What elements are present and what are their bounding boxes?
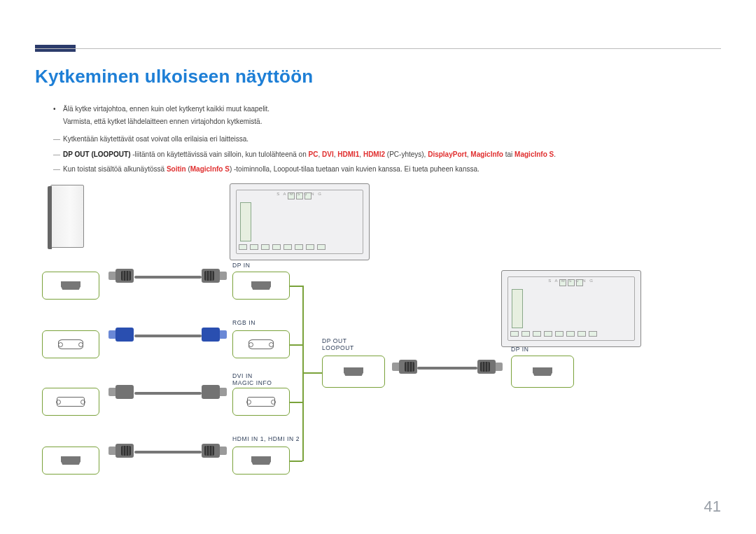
page-number: 41 xyxy=(704,498,721,516)
src-hdmi2: HDMI2 xyxy=(363,150,385,158)
plug-dp-left xyxy=(108,269,134,283)
dash-icon: ― xyxy=(53,149,60,160)
note-3: ― Kun toistat sisältöä alkunäytössä Soit… xyxy=(53,164,714,175)
link-line xyxy=(290,402,302,403)
plug-dvi-right xyxy=(202,385,227,399)
src-dvi: DVI xyxy=(322,150,334,158)
port-pc-dp xyxy=(42,272,99,300)
monitor-back-2: S A M S U N G xyxy=(501,270,641,347)
port-mon1-dp-in xyxy=(232,272,290,300)
note-3-mis: MagicInfo S xyxy=(190,165,230,173)
label-dp-out: DP OUT xyxy=(322,337,347,344)
hdmi-port-icon xyxy=(251,281,271,290)
note-3-pre: Kun toistat sisältöä alkunäytössä xyxy=(63,165,167,173)
note-2-or: tai xyxy=(503,150,514,158)
plug-vga-right xyxy=(202,328,227,342)
port-mon1-hdmi-in xyxy=(232,447,290,475)
link-line xyxy=(302,286,304,461)
monitor-back-1: S A M S U N G xyxy=(230,183,370,260)
dash-icon: ― xyxy=(53,134,60,145)
note-3-rest: -toiminnolla, Loopout-tilaa tuetaan vain… xyxy=(234,165,479,173)
vga-port-icon xyxy=(58,339,83,349)
page-title: Kytkeminen ulkoiseen näyttöön xyxy=(35,66,313,87)
vga-port-icon xyxy=(248,339,274,349)
port-pc-hdmi xyxy=(42,447,99,475)
note-2-end: . xyxy=(554,150,556,158)
label-loopout: LOOPOUT xyxy=(322,344,354,351)
cable-dvi xyxy=(134,392,202,395)
dash-icon: ― xyxy=(53,164,60,175)
hdmi-port-icon xyxy=(344,367,363,376)
port-pc-dvi xyxy=(42,388,99,416)
port-mon1-dp-out xyxy=(322,356,385,388)
header-rule-thin xyxy=(35,48,721,49)
port-pc-vga xyxy=(42,330,99,358)
bullet-1: Älä kytke virtajohtoa, ennen kuin olet k… xyxy=(53,104,714,115)
src-magicinfo-s: MagicInfo S xyxy=(514,150,554,158)
note-3-soitin: Soitin xyxy=(167,165,186,173)
hdmi-port-icon xyxy=(533,367,552,376)
connection-diagram: S A M S U N G S A M S U N G DP IN RGB IN… xyxy=(42,185,714,507)
hdmi-port-icon xyxy=(61,281,80,290)
dvi-port-icon xyxy=(247,397,275,407)
note-2: ― DP OUT (LOOPOUT) -liitäntä on käytettä… xyxy=(53,149,714,160)
link-line xyxy=(290,344,302,346)
port-mon1-dvi-in xyxy=(232,388,290,416)
label-hdmi-in: HDMI IN 1, HDMI IN 2 xyxy=(232,435,300,442)
plug-loop-right xyxy=(477,360,503,374)
cable-vga xyxy=(134,335,202,337)
src-magicinfo: MagicInfo xyxy=(470,150,503,158)
plug-dp-right xyxy=(202,269,227,283)
port-mon2-dp-in xyxy=(511,356,574,388)
link-line xyxy=(290,461,302,462)
note-2-bold: DP OUT (LOOPOUT) xyxy=(63,150,130,158)
dvi-port-icon xyxy=(57,397,85,407)
plug-loop-left xyxy=(392,360,417,374)
label-dvi-in: DVI IN xyxy=(232,372,253,379)
plug-vga-left xyxy=(108,328,134,342)
src-pc: PC xyxy=(309,150,318,158)
note-2-paren: (PC-yhteys), xyxy=(385,150,428,158)
port-mon1-rgb-in xyxy=(232,330,290,358)
label-dp-in: DP IN xyxy=(232,262,251,269)
plug-hdmi-right xyxy=(202,444,227,458)
hdmi-port-icon xyxy=(251,456,271,465)
body-text: Älä kytke virtajohtoa, ennen kuin olet k… xyxy=(53,104,714,179)
src-hdmi1: HDMI1 xyxy=(337,150,359,158)
pc-side-panel xyxy=(50,185,85,249)
cable-loopout xyxy=(417,367,477,370)
hdmi-port-icon xyxy=(61,456,80,465)
label-dp-in-2: DP IN xyxy=(511,346,529,353)
bullet-1-sub: Varmista, että kytket lähdelaitteen enne… xyxy=(53,116,714,127)
plug-dvi-left xyxy=(108,385,134,399)
link-line xyxy=(302,372,322,374)
note-1: ― Kytkentään käytettävät osat voivat oll… xyxy=(53,134,714,145)
cable-hdmi xyxy=(134,451,202,454)
label-magic-info: MAGIC INFO xyxy=(232,379,272,386)
src-dp: DisplayPort xyxy=(428,150,467,158)
plug-hdmi-left xyxy=(108,444,134,458)
label-rgb-in: RGB IN xyxy=(232,319,255,326)
cable-dp xyxy=(134,276,202,279)
note-2-mid: -liitäntä on käytettävissä vain silloin,… xyxy=(130,150,308,158)
link-line xyxy=(290,286,302,287)
note-1-text: Kytkentään käytettävät osat voivat olla … xyxy=(63,135,248,143)
